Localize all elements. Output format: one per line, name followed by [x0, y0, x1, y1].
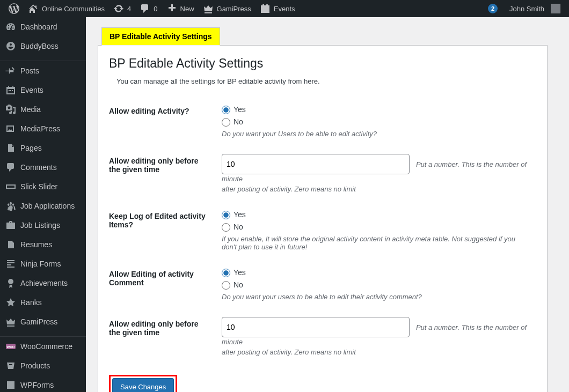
gamipress-menu[interactable]: GamiPress — [199, 0, 256, 17]
user-menu[interactable]: John Smith — [505, 0, 565, 17]
comments-count: 0 — [154, 5, 157, 13]
events-label: Events — [274, 5, 295, 13]
calendar-icon — [260, 3, 271, 14]
wordpress-icon — [9, 3, 19, 14]
wp-logo[interactable] — [4, 0, 24, 17]
site-title-text: Online Communities — [42, 5, 105, 13]
updates-button[interactable]: 4 — [109, 0, 135, 17]
site-name[interactable]: Online Communities — [24, 0, 109, 17]
user-name: John Smith — [509, 5, 544, 13]
adminbar: Online Communities 4 0 New GamiPress Eve… — [0, 0, 569, 17]
comments-icon — [140, 3, 150, 14]
comments-button[interactable]: 0 — [135, 0, 162, 17]
events-menu[interactable]: Events — [256, 0, 300, 17]
avatar — [551, 4, 560, 13]
adminbar-left: Online Communities 4 0 New GamiPress Eve… — [4, 0, 300, 17]
new-content-button[interactable]: New — [162, 0, 199, 17]
updates-count: 4 — [127, 5, 131, 13]
notifications-count: 2 — [488, 4, 498, 13]
refresh-icon — [113, 3, 124, 14]
new-label: New — [180, 5, 194, 13]
plus-icon — [166, 3, 177, 14]
notifications-button[interactable]: 2 — [484, 0, 505, 17]
crown-icon — [203, 3, 214, 14]
gamipress-label: GamiPress — [217, 5, 251, 13]
adminbar-right: 2 John Smith — [484, 0, 565, 17]
home-icon — [28, 3, 39, 14]
